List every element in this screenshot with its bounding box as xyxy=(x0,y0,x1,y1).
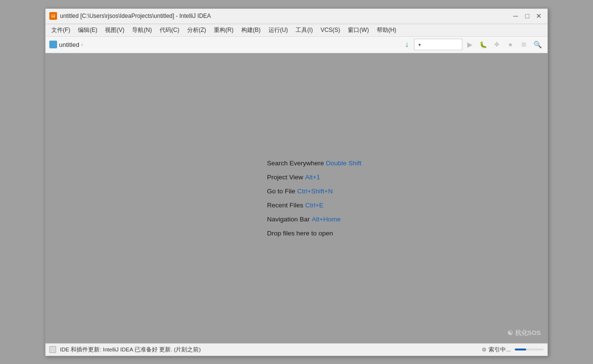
status-index-area: ⚙ 索引中... xyxy=(482,346,511,353)
menu-bar: 文件(F) 编辑(E) 视图(V) 导航(N) 代码(C) 分析(Z) 重构(R… xyxy=(45,24,548,37)
run-button[interactable]: ▶ xyxy=(463,38,476,51)
debug-icon: 🐛 xyxy=(479,41,487,48)
main-window: IJ untitled [C:\Users\rjsos\IdeaProjects… xyxy=(45,8,548,356)
hint-text-goto: Go to File xyxy=(267,188,296,195)
toolbar: untitled › ↓ ▾ ▶ 🐛 ✤ ■ ⊞ xyxy=(45,37,548,53)
title-bar-left: IJ untitled [C:\Users\rjsos\IdeaProjects… xyxy=(49,12,211,20)
menu-window[interactable]: 窗口(W) xyxy=(344,25,372,36)
run-configuration-dropdown[interactable]: ▾ xyxy=(414,39,462,50)
search-icon: 🔍 xyxy=(534,41,542,48)
breadcrumb-project[interactable]: untitled xyxy=(59,41,79,48)
shortcut-ctrl-shift-n: Ctrl+Shift+N xyxy=(297,188,333,195)
coverage-icon: ✤ xyxy=(494,41,499,48)
profiler-icon: ⊞ xyxy=(521,41,526,48)
index-status-text: 索引中... xyxy=(489,346,511,353)
coverage-button[interactable]: ✤ xyxy=(490,38,503,51)
status-update-text[interactable]: IDE 和插件更新: IntelliJ IDEA 已准备好 更新. (片刻之前) xyxy=(60,346,478,353)
menu-file[interactable]: 文件(F) xyxy=(47,25,74,36)
shortcut-alt-1: Alt+1 xyxy=(305,174,320,181)
debug-button[interactable]: 🐛 xyxy=(477,38,489,51)
menu-refactor[interactable]: 重构(R) xyxy=(210,25,237,36)
index-progress-bar xyxy=(515,349,526,350)
menu-code[interactable]: 代码(C) xyxy=(156,25,183,36)
shortcut-double-shift: Double Shift xyxy=(326,160,362,167)
stop-button[interactable]: ■ xyxy=(504,38,517,51)
window-controls: ─ □ ✕ xyxy=(511,11,544,21)
hint-drop-files: Drop files here to open xyxy=(267,230,361,237)
shortcut-ctrl-e: Ctrl+E xyxy=(305,202,324,209)
minimize-button[interactable]: ─ xyxy=(511,11,520,21)
stop-icon: ■ xyxy=(509,42,512,47)
search-button[interactable]: 🔍 xyxy=(531,38,544,51)
hint-text-search: Search Everywhere xyxy=(267,160,324,167)
menu-vcs[interactable]: VCS(S) xyxy=(317,25,344,35)
hint-text-recent: Recent Files xyxy=(267,202,303,209)
menu-view[interactable]: 视图(V) xyxy=(101,25,128,36)
app-icon: IJ xyxy=(49,12,57,20)
toolbar-actions: ↓ ▾ ▶ 🐛 ✤ ■ ⊞ 🔍 xyxy=(400,38,544,51)
download-update-button[interactable]: ↓ xyxy=(400,38,413,51)
shortcut-alt-home: Alt+Home xyxy=(311,216,341,223)
run-icon: ▶ xyxy=(467,41,473,48)
profiler-button[interactable]: ⊞ xyxy=(518,38,530,51)
chevron-down-icon: ▾ xyxy=(418,42,421,47)
close-button[interactable]: ✕ xyxy=(534,11,544,21)
watermark: ☯ 杭化SOS xyxy=(507,329,541,337)
window-title: untitled [C:\Users\rjsos\IdeaProjects\un… xyxy=(60,13,211,19)
index-progress-bar-container xyxy=(515,349,544,350)
hint-recent-files: Recent Files Ctrl+E xyxy=(267,202,361,209)
welcome-hints-panel: Search Everywhere Double Shift Project V… xyxy=(267,160,361,237)
menu-edit[interactable]: 编辑(E) xyxy=(74,25,101,36)
hint-search-everywhere: Search Everywhere Double Shift xyxy=(267,160,361,167)
hint-text-project: Project View xyxy=(267,174,303,181)
menu-run[interactable]: 运行(U) xyxy=(265,25,292,36)
menu-tools[interactable]: 工具(I) xyxy=(292,25,316,36)
menu-help[interactable]: 帮助(H) xyxy=(373,25,400,36)
index-spinner-icon: ⚙ xyxy=(482,347,487,353)
menu-build[interactable]: 构建(B) xyxy=(237,25,265,36)
project-folder-icon xyxy=(49,41,57,48)
chevron-right-icon: › xyxy=(81,42,83,47)
menu-analyze[interactable]: 分析(Z) xyxy=(183,25,210,36)
hint-goto-file: Go to File Ctrl+Shift+N xyxy=(267,188,361,195)
status-bar: IDE 和插件更新: IntelliJ IDEA 已准备好 更新. (片刻之前)… xyxy=(45,343,548,356)
main-editor-area[interactable]: Search Everywhere Double Shift Project V… xyxy=(45,53,548,343)
status-update-icon xyxy=(49,346,56,353)
hint-navigation-bar: Navigation Bar Alt+Home xyxy=(267,216,361,223)
title-bar: IJ untitled [C:\Users\rjsos\IdeaProjects… xyxy=(45,9,548,24)
hint-project-view: Project View Alt+1 xyxy=(267,174,361,181)
maximize-button[interactable]: □ xyxy=(522,11,532,21)
download-icon: ↓ xyxy=(405,40,409,49)
menu-navigate[interactable]: 导航(N) xyxy=(128,25,156,36)
hint-text-drop: Drop files here to open xyxy=(267,230,333,237)
breadcrumb-area: untitled › xyxy=(49,41,399,48)
hint-text-navbar: Navigation Bar xyxy=(267,216,310,223)
